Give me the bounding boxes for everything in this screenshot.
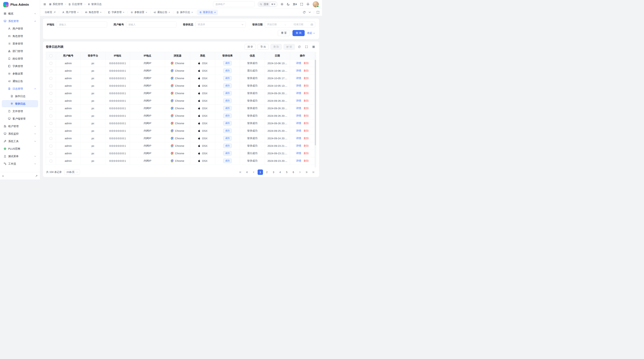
sidebar-item-system-monitor[interactable]: 系统监控 xyxy=(2,130,38,137)
first-page-button[interactable] xyxy=(238,169,243,175)
sidebar-item-user-mgmt[interactable]: 用户管理 xyxy=(2,25,38,32)
detail-link[interactable]: 详情 xyxy=(296,159,301,163)
detail-link[interactable]: 详情 xyxy=(296,69,301,72)
page-button-2[interactable]: 2 xyxy=(264,169,270,175)
close-icon[interactable]: × xyxy=(192,11,193,13)
close-icon[interactable]: × xyxy=(214,11,216,13)
detail-link[interactable]: 详情 xyxy=(296,61,301,65)
sidebar-item-operation-log[interactable]: 操作日志 xyxy=(2,93,38,100)
delete-link[interactable]: 删除 xyxy=(304,91,309,95)
sidebar-item-log-mgmt[interactable]: 日志管理 xyxy=(2,85,38,92)
login-status-select[interactable]: 请选择 xyxy=(195,21,246,27)
delete-link[interactable]: 删除 xyxy=(304,84,309,87)
close-icon[interactable]: × xyxy=(77,11,79,13)
delete-link[interactable]: 删除 xyxy=(304,114,309,117)
sidebar-item-system-tools[interactable]: 系统工具 xyxy=(2,138,38,145)
row-checkbox[interactable] xyxy=(50,62,52,65)
detail-link[interactable]: 详情 xyxy=(296,91,301,95)
content-fullscreen-button[interactable] xyxy=(316,11,320,14)
column-settings-button[interactable] xyxy=(311,44,316,49)
page-button-5[interactable]: 5 xyxy=(284,169,290,175)
delete-link[interactable]: 删除 xyxy=(304,122,309,125)
sidebar-item-client-mgmt[interactable]: 客户端管理 xyxy=(2,115,38,122)
detail-link[interactable]: 详情 xyxy=(296,99,301,102)
next-page-button[interactable] xyxy=(297,169,303,175)
sidebar-item-param-settings[interactable]: 参数设置 xyxy=(2,70,38,77)
sidebar-item-file-mgmt[interactable]: 文件管理 xyxy=(2,108,38,115)
collapse-sidebar-button[interactable]: « xyxy=(2,174,4,178)
delete-link[interactable]: 删除 xyxy=(304,99,309,102)
last-page-button[interactable] xyxy=(310,169,316,175)
collapse-filter-link[interactable]: 收起 xyxy=(307,31,315,35)
sidebar-item-menu-mgmt[interactable]: 菜单管理 xyxy=(2,40,38,47)
row-checkbox[interactable] xyxy=(50,92,52,95)
ip-address-input[interactable] xyxy=(57,21,107,27)
delete-link[interactable]: 删除 xyxy=(304,76,309,80)
delete-link[interactable]: 删除 xyxy=(304,61,309,65)
row-checkbox[interactable] xyxy=(50,69,52,72)
export-button[interactable]: 导 出 xyxy=(258,44,269,50)
row-checkbox[interactable] xyxy=(50,137,52,140)
sidebar-item-system-mgmt[interactable]: 系统管理 xyxy=(2,17,38,25)
pin-sidebar-button[interactable] xyxy=(35,175,38,177)
tab-operation-log[interactable]: 操作日志 × xyxy=(174,10,195,15)
row-checkbox[interactable] xyxy=(50,84,52,87)
page-button-4[interactable]: 4 xyxy=(278,169,283,175)
row-checkbox[interactable] xyxy=(50,115,52,117)
select-all-checkbox[interactable] xyxy=(50,54,52,57)
row-checkbox[interactable] xyxy=(50,100,52,102)
user-account-input[interactable] xyxy=(126,21,176,27)
delete-button[interactable]: 删 除 xyxy=(270,44,282,50)
detail-link[interactable]: 详情 xyxy=(296,152,301,155)
user-avatar[interactable] xyxy=(313,1,319,7)
close-icon[interactable]: × xyxy=(168,11,170,13)
settings-button[interactable] xyxy=(280,3,284,6)
sidebar-item-test-menu[interactable]: 测试菜单 xyxy=(2,153,38,160)
page-size-select[interactable]: 20条/页 xyxy=(64,169,80,175)
detail-link[interactable]: 详情 xyxy=(296,107,301,110)
tab-user-mgmt[interactable]: 用户管理 × xyxy=(60,10,81,15)
page-button-3[interactable]: 3 xyxy=(271,169,276,175)
fullscreen-button[interactable] xyxy=(300,3,303,6)
delete-link[interactable]: 删除 xyxy=(304,152,309,155)
detail-link[interactable]: 详情 xyxy=(296,76,301,80)
global-search[interactable]: 搜索 ⌘ K xyxy=(258,1,278,7)
clear-button[interactable]: 清 空 xyxy=(244,44,256,50)
scrollbar-thumb[interactable] xyxy=(315,60,316,145)
refresh-list-button[interactable] xyxy=(296,44,302,49)
breadcrumb-system-mgmt[interactable]: 系统管理 xyxy=(49,2,63,6)
sidebar-item-post-mgmt[interactable]: 岗位管理 xyxy=(2,55,38,62)
tab-notice[interactable]: 通知公告 × xyxy=(151,10,172,15)
unlock-button[interactable]: 解 锁 xyxy=(284,44,295,50)
sidebar-item-plus-site[interactable]: PLUS官网 xyxy=(2,145,38,152)
tab-dict-mgmt[interactable]: 字典管理 × xyxy=(106,10,127,15)
tab-role-mgmt[interactable]: 角色管理 × xyxy=(83,10,104,15)
row-checkbox[interactable] xyxy=(50,152,52,155)
sidebar-item-notice[interactable]: 通知公告 xyxy=(2,78,38,85)
prev-page-button[interactable] xyxy=(251,169,256,175)
delete-link[interactable]: 删除 xyxy=(304,159,309,163)
table-scrollbar[interactable] xyxy=(314,52,316,168)
sidebar-item-workflow[interactable]: 工作流 xyxy=(2,160,38,167)
tabs-menu-button[interactable] xyxy=(308,11,311,14)
search-button[interactable]: 查 询 xyxy=(292,30,305,36)
detail-link[interactable]: 详情 xyxy=(296,122,301,125)
delete-link[interactable]: 删除 xyxy=(304,107,309,110)
tab-analysis[interactable]: 分析页 xyxy=(42,10,58,15)
close-icon[interactable]: × xyxy=(100,11,102,13)
notifications-button[interactable] xyxy=(306,3,310,6)
page-button-6[interactable]: 6 xyxy=(291,169,296,175)
table-fullscreen-button[interactable] xyxy=(304,44,309,49)
dark-mode-button[interactable] xyxy=(287,3,290,6)
row-checkbox[interactable] xyxy=(50,77,52,80)
detail-link[interactable]: 详情 xyxy=(296,114,301,117)
delete-link[interactable]: 删除 xyxy=(304,137,309,140)
delete-link[interactable]: 删除 xyxy=(304,69,309,72)
sidebar-item-login-log[interactable]: 登录日志 xyxy=(2,100,38,107)
detail-link[interactable]: 详情 xyxy=(296,144,301,147)
app-logo[interactable]: Plus Admin xyxy=(0,0,40,9)
row-checkbox[interactable] xyxy=(50,107,52,110)
breadcrumb-log-mgmt[interactable]: 日志管理 xyxy=(68,2,82,6)
tab-param-settings[interactable]: 参数设置 × xyxy=(128,10,149,15)
detail-link[interactable]: 详情 xyxy=(296,137,301,140)
